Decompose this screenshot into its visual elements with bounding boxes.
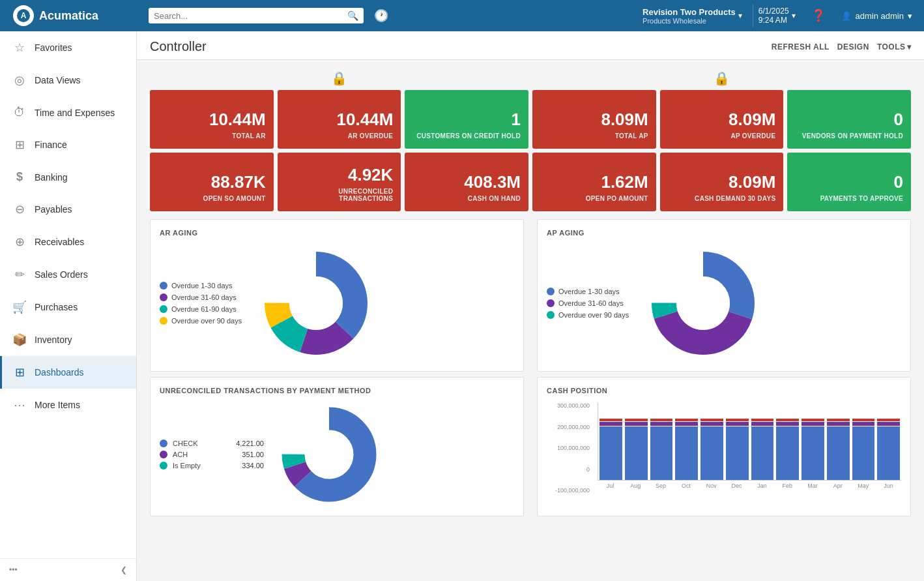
content-area: Controller REFRESH ALL DESIGN TOOLS ▾ 🔒 …: [137, 31, 924, 581]
kpi-tile-payments-approve[interactable]: 0 PAYMENTS TO APPROVE: [787, 153, 911, 211]
sidebar-item-more-items[interactable]: ⋯ More Items: [0, 389, 136, 421]
bar-red-feb: [776, 419, 799, 421]
sidebar-label-finance: Finance: [35, 140, 67, 150]
logo-area: A Acumatica: [7, 0, 143, 31]
bar-blue-nov: [700, 426, 723, 480]
bar-blue-apr: [827, 426, 850, 480]
sidebar-item-data-views[interactable]: ◎ Data Views: [0, 64, 136, 97]
sidebar-label-dashboards: Dashboards: [35, 367, 84, 378]
history-button[interactable]: 🕐: [369, 6, 394, 25]
kpi-tile-open-po[interactable]: 1.62M OPEN PO AMOUNT: [532, 153, 656, 211]
bar-purple-dec: [726, 422, 749, 426]
page-title: Controller: [150, 39, 207, 54]
unrecon-val-empty: 334.00: [242, 462, 264, 469]
sidebar-item-time-expenses[interactable]: ⏱ Time and Expenses: [0, 97, 136, 128]
x-label-jan: Jan: [751, 483, 773, 489]
kpi-label-customers-credit: CUSTOMERS ON CREDIT HOLD: [412, 132, 521, 140]
user-icon: 👤: [841, 11, 852, 21]
unrecon-label-check: CHECK: [173, 439, 198, 447]
search-input[interactable]: [154, 11, 345, 21]
legend-item-ar-3: Overdue 61-90 days: [160, 305, 244, 313]
kpi-tile-total-ap[interactable]: 8.09M TOTAL AP: [532, 90, 656, 149]
header-actions: REFRESH ALL DESIGN TOOLS ▾: [772, 42, 911, 52]
ar-aging-donut: [257, 245, 375, 362]
sidebar-item-inventory[interactable]: 📦 Inventory: [0, 323, 136, 356]
kpi-value-payments-approve: 0: [894, 172, 903, 192]
refresh-all-button[interactable]: REFRESH ALL: [772, 42, 830, 52]
sidebar-item-purchases[interactable]: 🛒 Purchases: [0, 291, 136, 323]
design-button[interactable]: DESIGN: [837, 42, 869, 52]
y-label-200: 200,000,000: [547, 424, 590, 430]
sidebar-item-dashboards[interactable]: ⊞ Dashboards: [0, 356, 136, 389]
banking-icon: $: [12, 170, 27, 184]
x-label-sep: Sep: [650, 483, 672, 489]
y-label-300: 300,000,000: [547, 402, 590, 409]
kpi-tile-ar-overdue[interactable]: 10.44M AR OVERDUE: [278, 90, 401, 149]
legend-item-ap-3: Overdue over 90 days: [547, 311, 631, 319]
company-selector[interactable]: Revision Two Products Products Wholesale…: [637, 5, 747, 27]
kpi-value-ar-overdue: 10.44M: [337, 110, 394, 130]
search-bar[interactable]: 🔍: [149, 8, 364, 23]
legend-item-ar-2: Overdue 31-60 days: [160, 293, 244, 301]
data-views-icon: ◎: [12, 73, 27, 87]
legend-dot-ar-4: [160, 317, 167, 325]
x-axis-labels: Jul Aug Sep Oct Nov Dec Jan Feb Mar Apr: [598, 483, 901, 489]
bar-blue-dec: [726, 426, 749, 480]
sidebar-item-banking[interactable]: $ Banking: [0, 161, 136, 193]
bar-group-feb: [776, 419, 799, 480]
legend-label-ap-1: Overdue 1-30 days: [558, 288, 620, 295]
unrecon-dot-check: [160, 439, 167, 447]
kpi-row-1: 10.44M TOTAL AR 10.44M AR OVERDUE 1 CUST…: [150, 90, 911, 149]
bar-red-jun: [877, 419, 900, 421]
sidebar-dots[interactable]: •••: [9, 565, 18, 574]
y-label-neg100: -100,000,000: [547, 487, 590, 494]
svg-text:A: A: [21, 11, 27, 20]
star-icon: ☆: [12, 40, 27, 55]
kpi-tile-ap-overdue[interactable]: 8.09M AP OVERDUE: [660, 90, 784, 149]
sidebar-item-sales-orders[interactable]: ✏ Sales Orders: [0, 258, 136, 291]
kpi-label-ar-overdue: AR OVERDUE: [285, 132, 394, 140]
bar-group-sep: [650, 419, 673, 480]
kpi-row-2: 88.87K OPEN SO AMOUNT 4.92K UNRECONCILED…: [150, 153, 911, 211]
bar-red-dec: [726, 419, 749, 421]
bar-purple-sep: [650, 422, 673, 426]
datetime-selector[interactable]: 6/1/2025 9:24 AM ▾: [753, 4, 801, 27]
bar-group-nov: [700, 419, 723, 480]
help-button[interactable]: ❓: [806, 6, 831, 25]
legend-item-ar-1: Overdue 1-30 days: [160, 282, 244, 290]
kpi-tile-unreconciled[interactable]: 4.92K UNRECONCILED TRANSACTIONS: [278, 153, 401, 211]
legend-item-ap-2: Overdue 31-60 days: [547, 299, 631, 307]
time-icon: ⏱: [12, 106, 27, 119]
sidebar-label-payables: Payables: [35, 204, 72, 215]
kpi-tile-cash-demand[interactable]: 8.09M CASH DEMAND 30 DAYS: [660, 153, 784, 211]
bar-blue-feb: [776, 426, 799, 480]
bar-purple-may: [852, 422, 875, 426]
kpi-tile-vendors-hold[interactable]: 0 VENDORS ON PAYMENT HOLD: [787, 90, 911, 149]
sidebar-item-finance[interactable]: ⊞ Finance: [0, 128, 136, 161]
bar-blue-mar: [801, 426, 824, 480]
unrecon-dot-ach: [160, 451, 167, 458]
bar-red-oct: [675, 419, 698, 421]
ar-aging-title: AR AGING: [160, 229, 514, 237]
legend-label-ar-1: Overdue 1-30 days: [171, 282, 233, 290]
sidebar-item-payables[interactable]: ⊖ Payables: [0, 193, 136, 226]
kpi-label-open-so: OPEN SO AMOUNT: [158, 195, 266, 202]
kpi-tile-cash-on-hand[interactable]: 408.3M CASH ON HAND: [405, 153, 528, 211]
ap-aging-legend: Overdue 1-30 days Overdue 31-60 days Ove…: [547, 288, 631, 319]
sidebar-item-receivables[interactable]: ⊕ Receivables: [0, 226, 136, 258]
sidebar-item-favorites[interactable]: ☆ Favorites: [0, 31, 136, 64]
x-label-nov: Nov: [700, 483, 723, 489]
sidebar-collapse-icon[interactable]: ❮: [121, 565, 127, 574]
legend-dot-ap-3: [547, 311, 555, 319]
user-area[interactable]: 👤 admin admin ▾: [836, 8, 917, 23]
kpi-tile-customers-credit[interactable]: 1 CUSTOMERS ON CREDIT HOLD: [405, 90, 528, 149]
kpi-label-payments-approve: PAYMENTS TO APPROVE: [795, 195, 903, 202]
bar-red-aug: [625, 419, 648, 421]
bar-group-jul: [599, 419, 622, 480]
lock-icon-ap: 🔒: [714, 70, 730, 86]
kpi-tile-total-ar[interactable]: 10.44M TOTAL AR: [150, 90, 274, 149]
tools-button[interactable]: TOOLS ▾: [877, 42, 911, 52]
kpi-tile-open-so[interactable]: 88.87K OPEN SO AMOUNT: [150, 153, 274, 211]
bar-group-jun: [877, 419, 900, 480]
sales-orders-icon: ✏: [12, 267, 27, 282]
